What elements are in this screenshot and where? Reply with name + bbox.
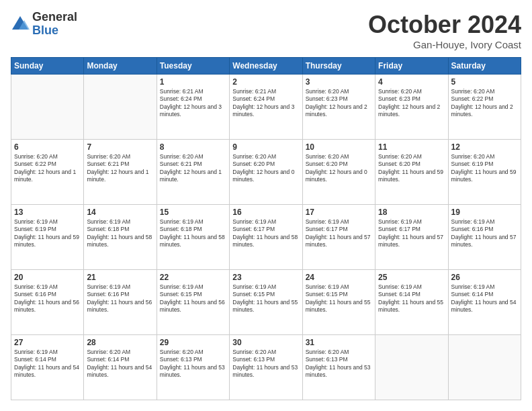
weekday-header: Friday	[375, 58, 448, 75]
calendar-cell: 18Sunrise: 6:19 AM Sunset: 6:17 PM Dayli…	[375, 205, 448, 270]
calendar-cell: 31Sunrise: 6:20 AM Sunset: 6:13 PM Dayli…	[302, 335, 375, 400]
weekday-header: Sunday	[11, 58, 84, 75]
day-number: 4	[378, 77, 445, 87]
day-info: Sunrise: 6:20 AM Sunset: 6:22 PM Dayligh…	[451, 88, 518, 119]
weekday-header: Thursday	[302, 58, 375, 75]
day-number: 29	[160, 338, 226, 347]
day-info: Sunrise: 6:20 AM Sunset: 6:23 PM Dayligh…	[306, 88, 372, 119]
day-info: Sunrise: 6:19 AM Sunset: 6:17 PM Dayligh…	[378, 218, 445, 249]
calendar-cell: 8Sunrise: 6:20 AM Sunset: 6:21 PM Daylig…	[157, 140, 229, 205]
day-number: 26	[451, 273, 518, 282]
day-info: Sunrise: 6:21 AM Sunset: 6:24 PM Dayligh…	[160, 88, 226, 119]
day-info: Sunrise: 6:20 AM Sunset: 6:20 PM Dayligh…	[232, 153, 299, 184]
calendar-cell: 23Sunrise: 6:19 AM Sunset: 6:15 PM Dayli…	[230, 270, 302, 335]
calendar-header-row: SundayMondayTuesdayWednesdayThursdayFrid…	[11, 58, 521, 75]
day-number: 31	[306, 338, 372, 347]
location: Gan-Houye, Ivory Coast	[368, 39, 521, 50]
calendar-cell: 13Sunrise: 6:19 AM Sunset: 6:19 PM Dayli…	[11, 205, 84, 270]
calendar-cell	[375, 335, 448, 400]
calendar-cell: 21Sunrise: 6:19 AM Sunset: 6:16 PM Dayli…	[84, 270, 157, 335]
logo-icon	[11, 15, 30, 34]
calendar-cell: 29Sunrise: 6:20 AM Sunset: 6:13 PM Dayli…	[157, 335, 229, 400]
calendar-cell: 7Sunrise: 6:20 AM Sunset: 6:21 PM Daylig…	[84, 140, 157, 205]
day-number: 3	[306, 77, 372, 87]
month-title: October 2024	[368, 11, 521, 39]
weekday-header: Monday	[84, 58, 157, 75]
logo-blue: Blue	[32, 24, 77, 38]
calendar-week-row: 1Sunrise: 6:21 AM Sunset: 6:24 PM Daylig…	[11, 75, 521, 140]
day-info: Sunrise: 6:20 AM Sunset: 6:21 PM Dayligh…	[87, 153, 153, 184]
calendar-week-row: 27Sunrise: 6:19 AM Sunset: 6:14 PM Dayli…	[11, 335, 521, 400]
calendar-cell	[448, 335, 521, 400]
day-number: 25	[378, 273, 445, 282]
day-number: 15	[160, 208, 226, 217]
day-number: 22	[160, 273, 226, 282]
day-info: Sunrise: 6:19 AM Sunset: 6:16 PM Dayligh…	[451, 218, 518, 249]
calendar-week-row: 13Sunrise: 6:19 AM Sunset: 6:19 PM Dayli…	[11, 205, 521, 270]
day-info: Sunrise: 6:21 AM Sunset: 6:24 PM Dayligh…	[232, 88, 299, 119]
calendar-cell: 6Sunrise: 6:20 AM Sunset: 6:22 PM Daylig…	[11, 140, 84, 205]
calendar-cell: 17Sunrise: 6:19 AM Sunset: 6:17 PM Dayli…	[302, 205, 375, 270]
day-number: 8	[160, 142, 226, 152]
calendar-cell: 1Sunrise: 6:21 AM Sunset: 6:24 PM Daylig…	[157, 75, 229, 140]
day-info: Sunrise: 6:20 AM Sunset: 6:20 PM Dayligh…	[306, 153, 372, 184]
day-number: 10	[306, 142, 372, 152]
calendar-cell: 30Sunrise: 6:20 AM Sunset: 6:13 PM Dayli…	[230, 335, 302, 400]
day-number: 9	[232, 142, 299, 152]
calendar-cell: 28Sunrise: 6:20 AM Sunset: 6:14 PM Dayli…	[84, 335, 157, 400]
calendar-cell: 5Sunrise: 6:20 AM Sunset: 6:22 PM Daylig…	[448, 75, 521, 140]
day-info: Sunrise: 6:20 AM Sunset: 6:23 PM Dayligh…	[378, 88, 445, 119]
logo: General Blue	[11, 11, 77, 38]
calendar-cell: 14Sunrise: 6:19 AM Sunset: 6:18 PM Dayli…	[84, 205, 157, 270]
day-number: 27	[14, 338, 81, 347]
calendar-cell: 3Sunrise: 6:20 AM Sunset: 6:23 PM Daylig…	[302, 75, 375, 140]
day-info: Sunrise: 6:20 AM Sunset: 6:22 PM Dayligh…	[14, 153, 81, 184]
calendar-cell: 19Sunrise: 6:19 AM Sunset: 6:16 PM Dayli…	[448, 205, 521, 270]
day-number: 5	[451, 77, 518, 87]
day-number: 21	[87, 273, 153, 282]
day-number: 17	[306, 208, 372, 217]
calendar-cell: 20Sunrise: 6:19 AM Sunset: 6:16 PM Dayli…	[11, 270, 84, 335]
day-number: 19	[451, 208, 518, 217]
day-number: 11	[378, 142, 445, 152]
day-number: 2	[232, 77, 299, 87]
day-info: Sunrise: 6:20 AM Sunset: 6:19 PM Dayligh…	[451, 153, 518, 184]
calendar-cell: 9Sunrise: 6:20 AM Sunset: 6:20 PM Daylig…	[230, 140, 302, 205]
day-number: 20	[14, 273, 81, 282]
calendar-cell: 15Sunrise: 6:19 AM Sunset: 6:18 PM Dayli…	[157, 205, 229, 270]
weekday-header: Saturday	[448, 58, 521, 75]
calendar-week-row: 6Sunrise: 6:20 AM Sunset: 6:22 PM Daylig…	[11, 140, 521, 205]
day-number: 13	[14, 208, 81, 217]
day-info: Sunrise: 6:20 AM Sunset: 6:13 PM Dayligh…	[306, 349, 372, 379]
page: General Blue October 2024 Gan-Houye, Ivo…	[0, 0, 532, 411]
day-info: Sunrise: 6:20 AM Sunset: 6:13 PM Dayligh…	[160, 349, 226, 379]
day-info: Sunrise: 6:19 AM Sunset: 6:15 PM Dayligh…	[306, 283, 372, 314]
logo-general: General	[32, 11, 77, 24]
day-info: Sunrise: 6:19 AM Sunset: 6:16 PM Dayligh…	[14, 283, 81, 314]
calendar-week-row: 20Sunrise: 6:19 AM Sunset: 6:16 PM Dayli…	[11, 270, 521, 335]
weekday-header: Wednesday	[230, 58, 302, 75]
day-info: Sunrise: 6:20 AM Sunset: 6:13 PM Dayligh…	[232, 349, 299, 379]
day-info: Sunrise: 6:19 AM Sunset: 6:17 PM Dayligh…	[232, 218, 299, 249]
calendar-cell: 11Sunrise: 6:20 AM Sunset: 6:20 PM Dayli…	[375, 140, 448, 205]
day-info: Sunrise: 6:19 AM Sunset: 6:14 PM Dayligh…	[14, 349, 81, 379]
day-info: Sunrise: 6:19 AM Sunset: 6:18 PM Dayligh…	[160, 218, 226, 249]
day-info: Sunrise: 6:19 AM Sunset: 6:16 PM Dayligh…	[87, 283, 153, 314]
calendar-cell: 24Sunrise: 6:19 AM Sunset: 6:15 PM Dayli…	[302, 270, 375, 335]
calendar-cell: 2Sunrise: 6:21 AM Sunset: 6:24 PM Daylig…	[230, 75, 302, 140]
calendar-cell: 4Sunrise: 6:20 AM Sunset: 6:23 PM Daylig…	[375, 75, 448, 140]
calendar: SundayMondayTuesdayWednesdayThursdayFrid…	[11, 57, 521, 400]
logo-text: General Blue	[32, 11, 77, 38]
calendar-cell: 22Sunrise: 6:19 AM Sunset: 6:15 PM Dayli…	[157, 270, 229, 335]
calendar-cell: 25Sunrise: 6:19 AM Sunset: 6:14 PM Dayli…	[375, 270, 448, 335]
day-number: 1	[160, 77, 226, 87]
calendar-cell: 12Sunrise: 6:20 AM Sunset: 6:19 PM Dayli…	[448, 140, 521, 205]
header: General Blue October 2024 Gan-Houye, Ivo…	[11, 11, 521, 50]
day-info: Sunrise: 6:20 AM Sunset: 6:20 PM Dayligh…	[378, 153, 445, 184]
day-info: Sunrise: 6:19 AM Sunset: 6:15 PM Dayligh…	[232, 283, 299, 314]
day-info: Sunrise: 6:19 AM Sunset: 6:14 PM Dayligh…	[451, 283, 518, 314]
day-number: 18	[378, 208, 445, 217]
day-number: 23	[232, 273, 299, 282]
day-info: Sunrise: 6:20 AM Sunset: 6:14 PM Dayligh…	[87, 349, 153, 379]
calendar-cell	[84, 75, 157, 140]
